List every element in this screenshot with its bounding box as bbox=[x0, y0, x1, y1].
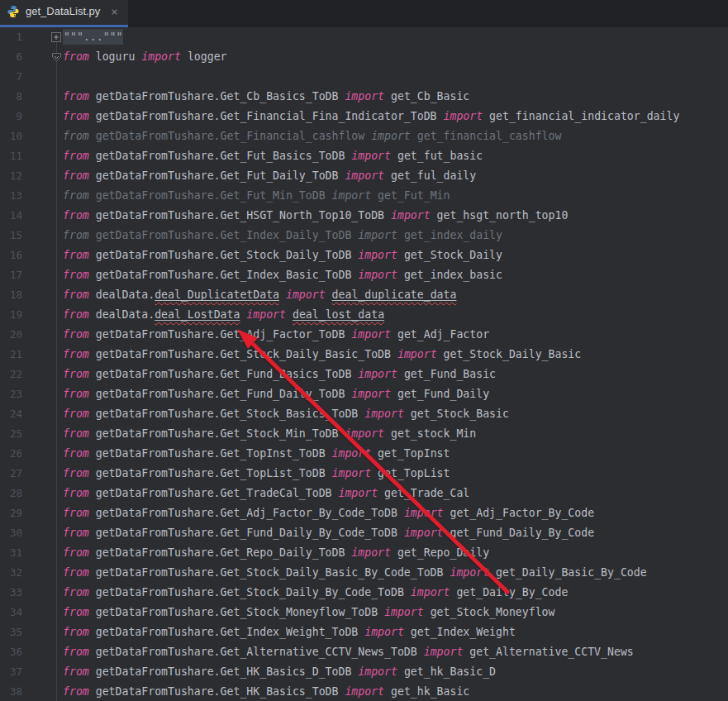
line-number[interactable]: 23 bbox=[0, 384, 22, 404]
code-text[interactable]: from getDataFromTushare.Get_Fut_Basics_T… bbox=[63, 146, 483, 166]
line-number[interactable]: 34 bbox=[0, 603, 22, 622]
code-text[interactable]: from getDataFromTushare.Get_Stock_Daily_… bbox=[63, 583, 568, 603]
code-line[interactable]: 37from getDataFromTushare.Get_HK_Basics_… bbox=[0, 662, 728, 682]
code-line[interactable]: 34from getDataFromTushare.Get_Stock_Mone… bbox=[0, 603, 728, 622]
line-number[interactable]: 25 bbox=[0, 424, 22, 444]
code-line[interactable]: 35from getDataFromTushare.Get_Index_Weig… bbox=[0, 622, 728, 642]
code-text[interactable]: from getDataFromTushare.Get_Stock_Daily_… bbox=[63, 246, 502, 265]
code-text[interactable]: from getDataFromTushare.Get_Stock_Daily_… bbox=[63, 563, 647, 583]
code-text[interactable]: from getDataFromTushare.Get_Index_Weight… bbox=[63, 622, 516, 642]
code-text[interactable]: from getDataFromTushare.Get_Financial_ca… bbox=[63, 126, 561, 146]
code-editor[interactable]: 1 """..."""6 from loguru import logger78… bbox=[0, 27, 728, 701]
code-text[interactable]: from getDataFromTushare.Get_Fund_Daily_B… bbox=[63, 523, 594, 543]
line-number[interactable]: 37 bbox=[0, 662, 22, 682]
line-number[interactable]: 11 bbox=[0, 146, 22, 166]
code-text[interactable]: from getDataFromTushare.Get_TopList_ToDB… bbox=[63, 464, 450, 484]
code-line[interactable]: 30from getDataFromTushare.Get_Fund_Daily… bbox=[0, 523, 728, 543]
line-number[interactable]: 19 bbox=[0, 305, 22, 325]
fold-expanded-icon[interactable] bbox=[51, 52, 62, 62]
code-line[interactable]: 22from getDataFromTushare.Get_Fund_Basic… bbox=[0, 365, 728, 384]
line-number[interactable]: 22 bbox=[0, 365, 22, 384]
code-line[interactable]: 33from getDataFromTushare.Get_Stock_Dail… bbox=[0, 583, 728, 603]
code-text[interactable]: from dealData.deal_LostData import deal_… bbox=[63, 305, 384, 325]
code-line[interactable]: 20from getDataFromTushare.Get_Adj_Factor… bbox=[0, 325, 728, 345]
code-line[interactable]: 16from getDataFromTushare.Get_Stock_Dail… bbox=[0, 246, 728, 265]
line-number[interactable]: 35 bbox=[0, 622, 22, 642]
line-number[interactable]: 14 bbox=[0, 206, 22, 226]
tab-close-icon[interactable]: × bbox=[109, 6, 119, 17]
code-line[interactable]: 19from dealData.deal_LostData import dea… bbox=[0, 305, 728, 325]
code-text[interactable]: from getDataFromTushare.Get_Adj_Factor_B… bbox=[63, 503, 594, 523]
code-text[interactable]: from getDataFromTushare.Get_TopInst_ToDB… bbox=[63, 444, 450, 464]
code-text[interactable]: from getDataFromTushare.Get_Cb_Basics_To… bbox=[63, 87, 469, 107]
code-text[interactable]: from getDataFromTushare.Get_HK_Basics_D_… bbox=[63, 662, 496, 682]
line-number[interactable]: 13 bbox=[0, 186, 22, 206]
code-text[interactable]: from getDataFromTushare.Get_Fund_Basics_… bbox=[63, 365, 496, 384]
code-line[interactable]: 32from getDataFromTushare.Get_Stock_Dail… bbox=[0, 563, 728, 583]
line-number[interactable]: 9 bbox=[0, 107, 22, 126]
code-text[interactable]: from getDataFromTushare.Get_Financial_Fi… bbox=[63, 107, 679, 126]
code-line[interactable]: 8from getDataFromTushare.Get_Cb_Basics_T… bbox=[0, 87, 728, 107]
code-text[interactable]: from getDataFromTushare.Get_HK_Basics_To… bbox=[63, 682, 469, 701]
line-number[interactable]: 6 bbox=[0, 47, 22, 67]
code-line[interactable]: 26from getDataFromTushare.Get_TopInst_To… bbox=[0, 444, 728, 464]
line-number[interactable]: 32 bbox=[0, 563, 22, 583]
line-number[interactable]: 36 bbox=[0, 642, 22, 662]
line-number[interactable]: 30 bbox=[0, 523, 22, 543]
code-text[interactable]: from getDataFromTushare.Get_TradeCal_ToD… bbox=[63, 484, 469, 503]
code-line[interactable]: 23from getDataFromTushare.Get_Fund_Daily… bbox=[0, 384, 728, 404]
code-text[interactable]: from getDataFromTushare.Get_Repo_Daily_T… bbox=[63, 543, 489, 563]
line-number[interactable]: 27 bbox=[0, 464, 22, 484]
line-number[interactable]: 17 bbox=[0, 265, 22, 285]
code-text[interactable]: from getDataFromTushare.Get_HSGT_North_T… bbox=[63, 206, 568, 226]
unresolved-reference[interactable]: deal_LostData bbox=[155, 308, 240, 321]
line-number[interactable]: 15 bbox=[0, 226, 22, 246]
editor-tab-get-datalist[interactable]: get_DataList.py × bbox=[0, 0, 128, 27]
line-number[interactable]: 21 bbox=[0, 345, 22, 365]
line-number[interactable]: 29 bbox=[0, 503, 22, 523]
code-line[interactable]: 15from getDataFromTushare.Get_Index_Dail… bbox=[0, 226, 728, 246]
code-text[interactable]: from getDataFromTushare.Get_Index_Daily_… bbox=[63, 226, 502, 246]
line-number[interactable]: 16 bbox=[0, 246, 22, 265]
code-text[interactable]: from getDataFromTushare.Get_Fund_Daily_T… bbox=[63, 384, 489, 404]
code-line[interactable]: 28from getDataFromTushare.Get_TradeCal_T… bbox=[0, 484, 728, 503]
code-line[interactable]: 13from getDataFromTushare.Get_Fut_Min_To… bbox=[0, 186, 728, 206]
line-number[interactable]: 28 bbox=[0, 484, 22, 503]
code-line[interactable]: 10from getDataFromTushare.Get_Financial_… bbox=[0, 126, 728, 146]
code-line[interactable]: 21from getDataFromTushare.Get_Stock_Dail… bbox=[0, 345, 728, 365]
code-line[interactable]: 31from getDataFromTushare.Get_Repo_Daily… bbox=[0, 543, 728, 563]
fold-collapsed-icon[interactable] bbox=[51, 32, 61, 42]
code-line[interactable]: 11from getDataFromTushare.Get_Fut_Basics… bbox=[0, 146, 728, 166]
code-text[interactable]: from getDataFromTushare.Get_Adj_Factor_T… bbox=[63, 325, 489, 345]
line-number[interactable]: 10 bbox=[0, 126, 22, 146]
line-number[interactable]: 26 bbox=[0, 444, 22, 464]
code-line[interactable]: 1 """...""" bbox=[0, 27, 728, 47]
unresolved-reference[interactable]: deal_DuplicatetData bbox=[155, 289, 279, 301]
code-text[interactable]: """...""" bbox=[63, 27, 123, 47]
code-line[interactable]: 27from getDataFromTushare.Get_TopList_To… bbox=[0, 464, 728, 484]
line-number[interactable]: 12 bbox=[0, 166, 22, 186]
line-number[interactable]: 38 bbox=[0, 682, 22, 701]
code-text[interactable]: from getDataFromTushare.Get_Fut_Min_ToDB… bbox=[63, 186, 450, 206]
unresolved-reference[interactable]: deal_lost_data bbox=[293, 308, 384, 321]
code-line[interactable]: 24from getDataFromTushare.Get_Stock_Basi… bbox=[0, 404, 728, 424]
code-text[interactable]: from getDataFromTushare.Get_Stock_Min_To… bbox=[63, 424, 476, 444]
unresolved-reference[interactable]: deal_duplicate_data bbox=[332, 289, 457, 301]
line-number[interactable]: 8 bbox=[0, 87, 22, 107]
code-line[interactable]: 17from getDataFromTushare.Get_Index_Basi… bbox=[0, 265, 728, 285]
line-number[interactable]: 1 bbox=[0, 27, 22, 47]
code-line[interactable]: 9from getDataFromTushare.Get_Financial_F… bbox=[0, 107, 728, 126]
code-line[interactable]: 25from getDataFromTushare.Get_Stock_Min_… bbox=[0, 424, 728, 444]
code-line[interactable]: 7 bbox=[0, 67, 728, 87]
code-text[interactable]: from loguru import logger bbox=[63, 47, 227, 67]
line-number[interactable]: 7 bbox=[0, 67, 22, 87]
code-line[interactable]: 18from dealData.deal_DuplicatetData impo… bbox=[0, 285, 728, 305]
code-text[interactable]: from getDataFromTushare.Get_Stock_Basics… bbox=[63, 404, 509, 424]
code-text[interactable]: from getDataFromTushare.Get_Stock_Daily_… bbox=[63, 345, 581, 365]
code-line[interactable]: 6 from loguru import logger bbox=[0, 47, 728, 67]
line-number[interactable]: 33 bbox=[0, 583, 22, 603]
code-text[interactable]: from dealData.deal_DuplicatetData import… bbox=[63, 285, 456, 305]
code-text[interactable]: from getDataFromTushare.Get_Index_Basic_… bbox=[63, 265, 502, 285]
code-line[interactable]: 36from getDataFromTushare.Get_Alternativ… bbox=[0, 642, 728, 662]
code-line[interactable]: 29from getDataFromTushare.Get_Adj_Factor… bbox=[0, 503, 728, 523]
